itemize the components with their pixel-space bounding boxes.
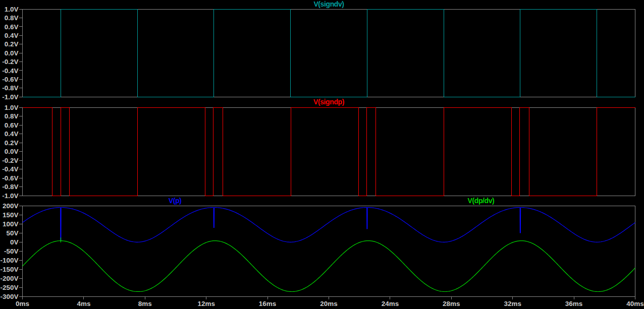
- svg-text:0.2V: 0.2V: [5, 139, 19, 147]
- svg-text:-50V: -50V: [4, 248, 19, 255]
- svg-text:V(p): V(p): [169, 197, 182, 205]
- svg-text:0.0V: 0.0V: [5, 49, 19, 57]
- svg-text:150V: 150V: [3, 211, 19, 219]
- svg-text:-1.0V: -1.0V: [2, 93, 18, 101]
- svg-text:-0.2V: -0.2V: [2, 58, 18, 66]
- svg-text:24ms: 24ms: [382, 300, 399, 307]
- svg-text:-150V: -150V: [0, 266, 18, 273]
- svg-text:0.4V: 0.4V: [5, 32, 19, 39]
- svg-text:0.4V: 0.4V: [5, 130, 19, 138]
- svg-text:40ms: 40ms: [626, 300, 644, 307]
- svg-text:16ms: 16ms: [259, 300, 277, 307]
- svg-text:1.0V: 1.0V: [5, 6, 19, 13]
- svg-text:100V: 100V: [3, 220, 19, 228]
- svg-text:V(signdp): V(signdp): [313, 98, 344, 106]
- svg-text:-0.6V: -0.6V: [2, 174, 18, 182]
- svg-text:36ms: 36ms: [565, 300, 583, 307]
- svg-text:-0.4V: -0.4V: [2, 165, 18, 173]
- svg-text:4ms: 4ms: [77, 300, 90, 307]
- svg-text:-200V: -200V: [0, 275, 18, 282]
- svg-text:200V: 200V: [3, 202, 19, 210]
- svg-text:-0.4V: -0.4V: [2, 67, 18, 75]
- svg-text:0ms: 0ms: [16, 300, 29, 307]
- svg-text:32ms: 32ms: [504, 300, 521, 307]
- svg-text:0.0V: 0.0V: [5, 148, 19, 155]
- svg-text:-300V: -300V: [0, 293, 18, 300]
- svg-text:V(signdv): V(signdv): [313, 0, 344, 8]
- svg-text:-0.8V: -0.8V: [2, 183, 18, 191]
- svg-text:-0.8V: -0.8V: [2, 84, 18, 92]
- svg-text:-0.6V: -0.6V: [2, 76, 18, 83]
- svg-text:0.6V: 0.6V: [5, 121, 19, 129]
- svg-text:-100V: -100V: [0, 257, 18, 264]
- svg-text:50V: 50V: [6, 229, 18, 237]
- svg-text:-1.0V: -1.0V: [2, 192, 18, 200]
- svg-text:-250V: -250V: [0, 284, 18, 291]
- svg-text:-0.2V: -0.2V: [2, 157, 18, 164]
- svg-text:8ms: 8ms: [138, 300, 152, 307]
- svg-text:0V: 0V: [10, 238, 19, 246]
- svg-text:0.8V: 0.8V: [5, 112, 19, 120]
- svg-text:20ms: 20ms: [320, 300, 338, 307]
- svg-text:0.6V: 0.6V: [5, 23, 19, 31]
- svg-text:1.0V: 1.0V: [5, 104, 19, 111]
- svg-text:12ms: 12ms: [197, 300, 215, 307]
- svg-text:V(dp/dv): V(dp/dv): [468, 197, 495, 205]
- svg-text:28ms: 28ms: [443, 300, 460, 307]
- svg-text:0.2V: 0.2V: [5, 40, 19, 48]
- svg-text:0.8V: 0.8V: [5, 14, 19, 22]
